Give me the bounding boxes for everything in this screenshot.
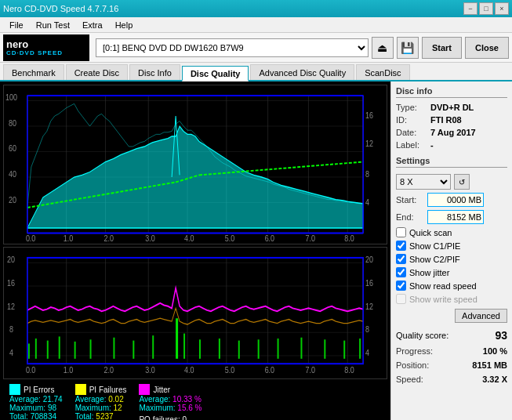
id-value: FTI R08 [430, 115, 462, 125]
svg-rect-73 [300, 337, 302, 358]
show-c1pie-checkbox[interactable] [396, 241, 406, 251]
drive-selector[interactable]: [0:1] BENQ DVD DD DW1620 B7W9 [96, 38, 369, 57]
speed-info-label: Speed: [396, 375, 423, 384]
app-title: Nero CD-DVD Speed 4.7.7.16 [3, 4, 118, 13]
titlebar: Nero CD-DVD Speed 4.7.7.16 − □ × [0, 0, 512, 17]
advanced-button[interactable]: Advanced [455, 309, 507, 323]
disc-info-title: Disc info [396, 86, 507, 98]
start-label: Start: [396, 195, 424, 205]
svg-text:7.0: 7.0 [305, 364, 315, 374]
svg-text:16: 16 [365, 110, 373, 119]
main-content: 100 80 60 40 20 16 12 8 4 0.0 1.0 2.0 3.… [0, 81, 512, 420]
svg-rect-63 [113, 337, 114, 358]
pi-failures-total: Total: 5237 [75, 412, 127, 420]
svg-text:8: 8 [9, 324, 13, 334]
svg-text:12: 12 [365, 301, 373, 310]
pi-failures-color [75, 384, 86, 395]
svg-text:2.0: 2.0 [103, 234, 114, 243]
close-button[interactable]: Close [465, 37, 509, 59]
show-read-speed-label: Show read speed [409, 281, 477, 291]
quick-scan-checkbox[interactable] [396, 227, 406, 237]
show-write-speed-label: Show write speed [409, 295, 478, 304]
show-c1pie-label: Show C1/PIE [409, 241, 460, 251]
minimize-button[interactable]: − [463, 2, 478, 15]
show-jitter-checkbox[interactable] [396, 267, 406, 277]
progress-label: Progress: [396, 346, 433, 356]
svg-text:8.0: 8.0 [344, 234, 354, 243]
jitter-max: Maximum: 15.6 % [139, 404, 202, 412]
svg-rect-74 [324, 339, 325, 358]
position-label: Position: [396, 360, 429, 370]
settings-refresh-button[interactable]: ↺ [454, 174, 470, 190]
top-chart: 100 80 60 40 20 16 12 8 4 0.0 1.0 2.0 3.… [3, 85, 387, 244]
label-label: Label: [396, 140, 427, 150]
start-button[interactable]: Start [422, 37, 462, 59]
tab-advanced-disc-quality[interactable]: Advanced Disc Quality [250, 64, 354, 80]
progress-value: 100 % [483, 346, 507, 356]
svg-text:1.0: 1.0 [64, 364, 74, 374]
end-label: End: [396, 212, 424, 222]
disc-id-row: ID: FTI R08 [396, 115, 507, 125]
svg-rect-58 [35, 339, 37, 359]
show-read-speed-checkbox[interactable] [396, 281, 406, 291]
svg-text:60: 60 [9, 143, 16, 153]
svg-text:4.0: 4.0 [184, 234, 194, 243]
end-input[interactable] [427, 210, 484, 224]
speed-selector[interactable]: 8 X [396, 174, 451, 190]
jitter-color [139, 384, 150, 395]
menu-file[interactable]: File [3, 19, 30, 31]
svg-rect-62 [90, 339, 92, 358]
date-value: 7 Aug 2017 [430, 128, 476, 137]
eject-button[interactable]: ⏏ [372, 37, 394, 59]
svg-text:4.0: 4.0 [184, 364, 194, 374]
quick-scan-row: Quick scan [396, 227, 507, 237]
svg-text:16: 16 [365, 277, 373, 287]
tab-create-disc[interactable]: Create Disc [66, 64, 128, 80]
svg-text:8: 8 [365, 324, 369, 334]
svg-rect-61 [74, 341, 76, 358]
menu-runtest[interactable]: Run Test [30, 19, 76, 31]
maximize-button[interactable]: □ [479, 2, 493, 15]
logo-speed-text: CD·DVD SPEED [6, 49, 63, 56]
svg-text:5.0: 5.0 [225, 364, 235, 374]
quality-label: Quality score: [396, 331, 448, 340]
svg-text:6.0: 6.0 [265, 364, 275, 374]
svg-text:7.0: 7.0 [305, 234, 315, 243]
svg-text:12: 12 [365, 139, 373, 148]
svg-rect-69 [219, 339, 220, 359]
show-jitter-label: Show jitter [409, 268, 449, 277]
settings-title: Settings [396, 156, 507, 168]
end-row: End: [396, 210, 507, 224]
menu-help[interactable]: Help [109, 19, 140, 31]
svg-text:8.0: 8.0 [344, 364, 354, 374]
svg-rect-57 [28, 343, 30, 358]
svg-text:8: 8 [365, 169, 369, 179]
label-value: - [430, 140, 434, 150]
save-button[interactable]: 💾 [397, 37, 419, 59]
chart-area: 100 80 60 40 20 16 12 8 4 0.0 1.0 2.0 3.… [0, 81, 390, 420]
type-label: Type: [396, 103, 427, 112]
show-write-speed-checkbox [396, 294, 406, 304]
tab-benchmark[interactable]: Benchmark [3, 64, 64, 80]
start-input[interactable] [427, 193, 484, 207]
pi-errors-color [9, 384, 20, 395]
svg-rect-64 [133, 340, 134, 358]
position-value: 8151 MB [472, 360, 507, 370]
menu-extra[interactable]: Extra [76, 19, 109, 31]
legend: PI Errors Average: 21.74 Maximum: 98 Tot… [3, 381, 387, 420]
show-jitter-row: Show jitter [396, 267, 507, 277]
svg-rect-67 [183, 333, 185, 358]
disc-label-row: Label: - [396, 140, 507, 150]
svg-text:2.0: 2.0 [103, 364, 114, 374]
tab-scandisc[interactable]: ScanDisc [356, 64, 409, 80]
svg-text:5.0: 5.0 [225, 234, 235, 243]
close-window-button[interactable]: × [495, 2, 509, 15]
svg-text:100: 100 [5, 92, 17, 102]
show-c2pif-checkbox[interactable] [396, 254, 406, 264]
show-c2pif-row: Show C2/PIF [396, 254, 507, 264]
svg-rect-72 [278, 339, 279, 359]
tab-disc-quality[interactable]: Disc Quality [182, 66, 249, 81]
pi-failures-label: PI Failures [89, 386, 127, 394]
svg-text:20: 20 [365, 255, 373, 264]
tab-disc-info[interactable]: Disc Info [129, 64, 180, 80]
